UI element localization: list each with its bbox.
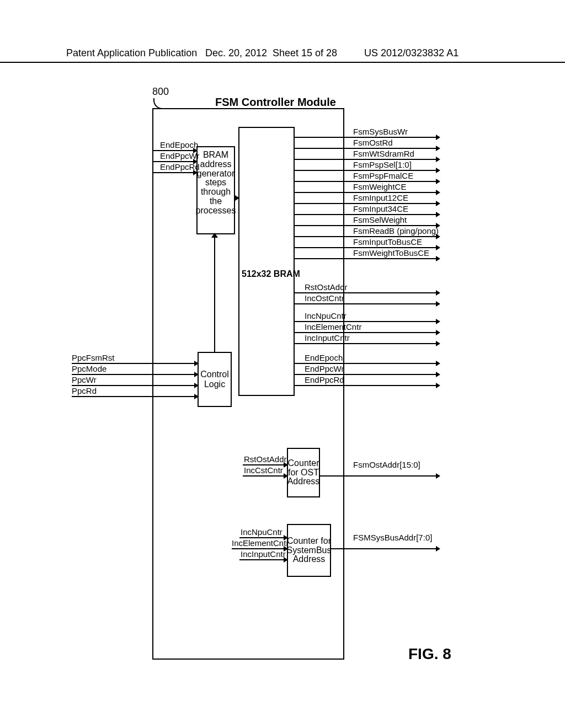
arrow-endppcrd-out (295, 385, 439, 386)
signal-fsmostrd: FsmOstRd (353, 138, 393, 147)
counter-sysbus-box: Counter for SystemBus Address (287, 524, 331, 577)
signal-fsmpspfmalce: FsmPspFmalCE (353, 171, 413, 180)
signal-incelementcntr-mid: IncElementCntr (305, 322, 361, 331)
arrow-fsmsysbusaddr (331, 548, 439, 549)
signal-inccstcntr-ost: IncCstCntr (244, 465, 283, 475)
control-logic-box: Control Logic (198, 352, 232, 407)
signal-endppcrd-out: EndPpcRd (305, 375, 344, 384)
diagram-canvas: 800 FSM Controller Module BRAM address g… (0, 55, 565, 695)
signal-fsmweighttobusce: FsmWeightToBusCE (353, 248, 429, 258)
signal-fsminput12ce: FsmInput12CE (353, 193, 408, 202)
signal-fsmreadb: FsmReadB (ping/pong) (353, 226, 439, 235)
signal-ppcrd: PpcRd (72, 386, 97, 395)
arrow-incinputcntr-mid (295, 343, 439, 344)
signal-fsminput34ce: FsmInput34CE (353, 204, 408, 213)
signal-endepoch-in: EndEpoch (160, 140, 198, 149)
signal-fsmpspsel: FsmPspSel[1:0] (353, 160, 412, 169)
signal-fsmselweight: FsmSelWeight (353, 215, 407, 224)
signal-ppcfsmrst: PpcFsmRst (72, 353, 115, 362)
signal-fsminputtobusce: FsmInputToBusCE (353, 237, 422, 247)
reference-arc (153, 98, 166, 109)
control-logic-label1: Control (200, 370, 229, 379)
arrow-fsmweighttobusce (295, 258, 439, 259)
signal-rstostaddr-ost: RstOstAddr (244, 454, 287, 464)
figure-label: FIG. 8 (408, 645, 451, 663)
control-logic-label2: Logic (204, 379, 225, 389)
signal-incostcntr-mid: IncOstCntr (305, 293, 344, 303)
signal-incnpucntr-mid: IncNpuCntr (305, 311, 347, 320)
signal-incnpucntr-sys: IncNpuCntr (241, 527, 282, 537)
signal-fsmwtsdramrd: FsmWtSdramRd (353, 149, 414, 158)
signal-incinputcntr-sys: IncInputCntr (241, 549, 286, 559)
signal-endepoch-out: EndEpoch (305, 353, 343, 362)
arrow-bramaddr-to-bram (235, 197, 238, 199)
counter-ost-box: Counter for OST Address (287, 448, 320, 497)
diagram-title: FSM Controller Module (215, 96, 336, 109)
signal-fsmsysbusaddr: FSMSysBusAddr[7:0] (353, 533, 432, 542)
arrow-incostcntr-mid (295, 303, 439, 304)
signal-endppcwr-out: EndPpcWr (305, 364, 344, 373)
signal-incelementcntr-sys: IncElementCntr (232, 538, 289, 548)
line-ctrl-to-bramaddr (214, 235, 215, 352)
reference-numeral: 800 (152, 86, 169, 98)
arrow-endppcrd-in (152, 172, 196, 173)
signal-fsmsysbuswr: FsmSysBusWr (353, 127, 408, 136)
signal-ppcwr: PpcWr (72, 375, 97, 384)
counter-ost-text: Counter for OST Address (287, 459, 320, 486)
signal-fsmweightce: FsmWeightCE (353, 182, 406, 191)
arrow-ppcrd (72, 396, 198, 397)
counter-sysbus-text: Counter for SystemBus Address (287, 537, 332, 564)
arrow-inccstcntr-ost (243, 475, 287, 477)
bram-addr-generator-box: BRAM address generator steps through the… (196, 146, 235, 234)
arrowhead-up-icon (211, 233, 218, 238)
bram-box (238, 127, 295, 396)
signal-rstostaddr-mid: RstOstAddr (305, 282, 348, 292)
signal-ppcmode: PpcMode (72, 364, 106, 373)
bram-addr-text: BRAM address generator steps through the… (196, 151, 236, 216)
signal-fsmostaddr: FsmOstAddr[15:0] (353, 460, 420, 469)
signal-incinputcntr-mid: IncInputCntr (305, 333, 350, 342)
arrow-incinputcntr-sys (239, 559, 287, 560)
arrow-fsmostaddr (320, 475, 439, 477)
bram-label: 512x32 BRAM (242, 269, 300, 279)
